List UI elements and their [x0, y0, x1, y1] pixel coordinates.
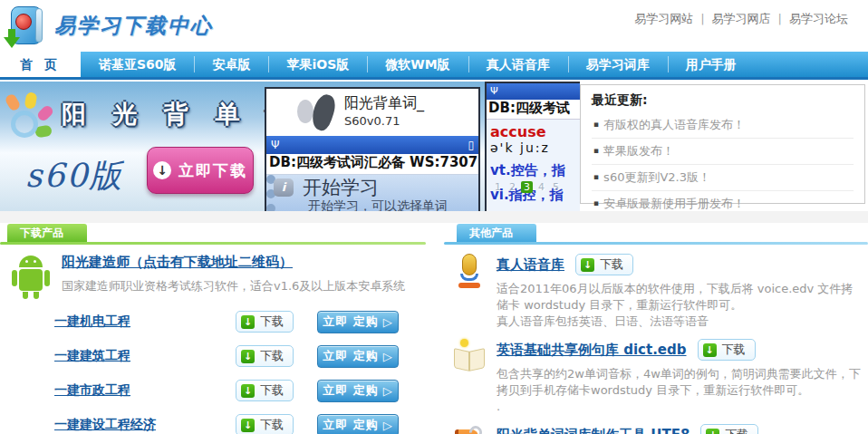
- order-now-button[interactable]: 立即 定购▷: [317, 345, 399, 368]
- nav-dict-lib[interactable]: 易学习词库: [568, 52, 668, 77]
- app-logo-icon: [308, 92, 338, 133]
- update-item[interactable]: ▪苹果版发布！: [592, 139, 854, 165]
- recent-updates-panel: 最近更新: ▪有版权的真人语音库发布！ ▪苹果版发布！ ▪s60更新到V2.3版…: [580, 84, 865, 204]
- top-link-shop[interactable]: 易学习网店: [712, 12, 771, 25]
- phone1-menu: i 开始学习 开始学习，可以选择单词: [266, 175, 478, 211]
- page-number: 1: [492, 181, 504, 193]
- product-example-db: 英语基础共享例句库 dict.edb ↓下载 包含共享的约2w单词音标，4w单词…: [453, 339, 868, 415]
- download-arrow-icon: ↓: [581, 258, 594, 272]
- other-products-tab: 其他产品: [457, 224, 536, 242]
- divider-strip: [0, 211, 868, 223]
- builder-product-link[interactable]: 阳光建造师（点击有下载地址二维码）: [62, 254, 293, 270]
- phone1-statusbar: Ψ ▯: [266, 136, 478, 154]
- chevron-right-icon: ▷: [383, 419, 393, 432]
- bullet-icon: ▪: [593, 120, 599, 129]
- course-link-municipal[interactable]: 一建市政工程: [54, 382, 236, 399]
- page: 易学习下载中心 易学习网站|易学习网店|易学习论坛 首 页 诺基亚S60版 安卓…: [0, 0, 868, 434]
- bullet-icon: ▪: [593, 172, 599, 181]
- builder-product-header: 阳光建造师（点击有下载地址二维码） 国家建造师职业资格考试练习软件，适合v1.6…: [11, 254, 426, 301]
- bullet-icon: ▪: [593, 146, 599, 155]
- voice-library-link[interactable]: 真人语音库: [497, 256, 564, 274]
- recent-updates-title: 最近更新:: [592, 92, 854, 109]
- builder-product-desc: 国家建造师职业资格考试练习软件，适合v1.6及以上版本安卓系统: [62, 278, 426, 294]
- download-button[interactable]: ↓下载: [700, 424, 758, 434]
- download-row: 一建建筑工程 ↓下载 立即 定购▷: [0, 342, 426, 370]
- example-db-desc: 包含共享的约2w单词音标，4w单词的例句，简明词典需要此文件，下 拷贝到手机存储…: [497, 366, 868, 415]
- nav-nokia-s60[interactable]: 诺基亚S60版: [81, 52, 195, 77]
- download-button[interactable]: ↓下载: [575, 254, 633, 275]
- course-link-construction[interactable]: 一建建筑工程: [54, 348, 236, 364]
- product-voice-library: 真人语音库 ↓下载 适合2011年06月以后版本的软件使用，下载后将 voice…: [453, 254, 868, 330]
- phone2-phonetic: ə'k ju:z: [490, 140, 580, 155]
- bullet-icon: ▪: [593, 198, 599, 207]
- page-number: 5: [550, 181, 562, 193]
- download-row: 一建市政工程 ↓下载 立即 定购▷: [0, 377, 426, 404]
- page-number: 4: [535, 181, 547, 193]
- download-row: 一建建设工程经济 ↓下载 立即 定购▷: [0, 411, 426, 434]
- phone2-db-line: DB:四级考试: [487, 100, 580, 120]
- app-logo-icon: [297, 100, 313, 123]
- backpack-download-icon: [5, 5, 45, 46]
- microphone-icon: [453, 254, 487, 290]
- phone1-app-name: 阳光背单词_: [344, 94, 424, 113]
- order-now-button[interactable]: 立即 定购▷: [317, 311, 399, 333]
- section-underline: [444, 242, 868, 245]
- phone1-db-line: DB:四级考试词汇必备 WS:7307: [266, 154, 478, 175]
- nav-home[interactable]: 首 页: [0, 52, 81, 77]
- open-book-icon: [453, 339, 487, 375]
- chevron-right-icon: ▷: [383, 315, 393, 329]
- banner-edition: s60版: [25, 154, 123, 198]
- update-item[interactable]: ▪s60更新到V2.3版！: [592, 165, 854, 191]
- download-arrow-icon: ↓: [241, 315, 255, 329]
- antenna-icon: Ψ: [490, 85, 498, 97]
- course-link-mechanical[interactable]: 一建机电工程: [54, 313, 236, 330]
- nav-manual[interactable]: 用户手册: [668, 52, 755, 77]
- dict-tool-link[interactable]: 阳光背单词词库制作工具 UTF8: [497, 427, 690, 434]
- order-now-button[interactable]: 立即 定购▷: [317, 380, 399, 402]
- download-button[interactable]: ↓下载: [236, 345, 294, 367]
- android-icon: [11, 256, 51, 299]
- voice-library-desc: 适合2011年06月以后版本的软件使用，下载后将 voice.edv 文件拷 储…: [497, 281, 868, 330]
- sun-logo-icon: [5, 94, 56, 145]
- nav-wm[interactable]: 微软WM版: [367, 52, 468, 77]
- banner[interactable]: 阳 光 背 单 词 s60版 ↓ 立即下载: [2, 82, 263, 211]
- download-row: 一建机电工程 ↓下载 立即 定购▷: [0, 308, 426, 335]
- page-number-active: 3: [521, 181, 533, 193]
- course-link-economics[interactable]: 一建建设工程经济: [54, 417, 236, 433]
- download-button[interactable]: ↓下载: [236, 380, 294, 401]
- download-products-tab: 下载产品: [7, 224, 87, 242]
- example-db-link[interactable]: 英语基础共享例句库 dict.edb: [497, 342, 687, 359]
- page-number: 2: [506, 181, 518, 193]
- top-link-website[interactable]: 易学习网站: [634, 12, 693, 25]
- phone1-menu-subtitle: 开始学习，可以选择单词: [308, 198, 448, 211]
- section-underline: [0, 242, 426, 245]
- phone1-header: 阳光背单词_ S60v0.71: [266, 89, 478, 136]
- product-dict-tool: w 阳光背单词词库制作工具 UTF8 ↓下载: [453, 424, 868, 434]
- phone-screenshot-1: 阳光背单词_ S60v0.71 Ψ ▯ DB:四级考试词汇必备 WS:7307 …: [265, 87, 480, 211]
- order-now-button[interactable]: 立即 定购▷: [317, 414, 399, 434]
- nav-ios[interactable]: 苹果iOS版: [268, 52, 367, 77]
- other-products-section: 其他产品 真人语音库 ↓下载 适合2011年06月以后版本的软件使用，下载后将 …: [444, 223, 868, 434]
- header: 易学习下载中心 易学习网站|易学习网店|易学习论坛: [0, 0, 868, 52]
- antenna-icon: Ψ: [271, 139, 279, 151]
- info-icon: i: [274, 178, 294, 197]
- update-item[interactable]: ▪有版权的真人语音库发布！: [592, 112, 854, 139]
- phone2-pagination: 1 2 3 4 5: [492, 181, 562, 193]
- phone1-version: S60v0.71: [344, 114, 400, 128]
- nav-voice-lib[interactable]: 真人语音库: [468, 52, 568, 77]
- nav-android[interactable]: 安卓版: [194, 52, 268, 77]
- top-link-separator: |: [700, 12, 704, 25]
- download-arrow-icon: ↓: [703, 343, 717, 357]
- download-button[interactable]: ↓下载: [236, 311, 294, 333]
- phone2-definition-1: vt.控告，指: [490, 162, 580, 179]
- download-arrow-icon: ↓: [241, 350, 255, 363]
- download-arrow-icon: ↓: [241, 419, 255, 432]
- download-button[interactable]: ↓下载: [236, 414, 294, 434]
- top-link-forum[interactable]: 易学习论坛: [789, 12, 848, 25]
- logo[interactable]: 易学习下载中心: [5, 5, 213, 46]
- book-wrench-icon: w: [453, 424, 487, 434]
- download-arrow-icon: ↓: [241, 384, 255, 398]
- download-button[interactable]: ↓下载: [698, 339, 756, 361]
- banner-download-button[interactable]: ↓ 立即下载: [147, 147, 254, 194]
- phone-screenshot-2: Ψ DB:四级考试 accuse ə'k ju:z vt.控告，指 vi.指控，…: [485, 82, 580, 211]
